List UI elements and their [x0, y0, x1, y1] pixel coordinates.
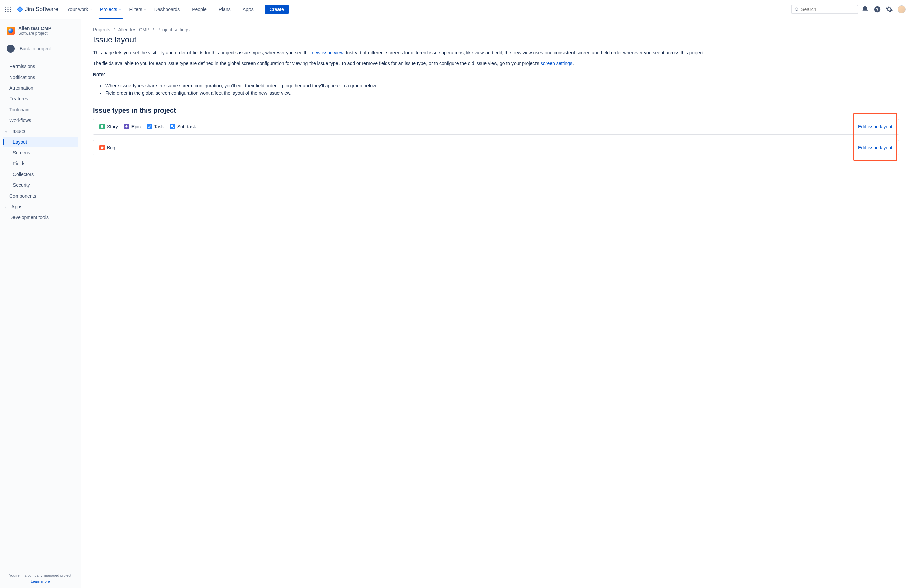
- nav-item-projects[interactable]: Projects⌄: [97, 0, 125, 19]
- svg-point-3: [5, 9, 6, 10]
- svg-point-2: [10, 6, 11, 7]
- svg-point-9: [795, 8, 798, 10]
- notifications-icon[interactable]: [860, 4, 871, 15]
- issue-type-bug: Bug: [99, 145, 115, 150]
- sidebar-item-workflows[interactable]: Workflows: [0, 115, 81, 126]
- nav-item-your-work[interactable]: Your work⌄: [64, 0, 95, 19]
- sidebar-group-issues[interactable]: ⌄ Issues: [0, 126, 81, 137]
- chevron-down-icon: ⌄: [3, 129, 9, 133]
- chevron-down-icon: ⌄: [119, 7, 121, 11]
- edit-issue-layout-link[interactable]: Edit issue layout: [858, 124, 892, 129]
- group-label: Apps: [11, 204, 22, 209]
- svg-rect-15: [173, 127, 174, 128]
- story-icon: [99, 124, 105, 129]
- logo-text: Jira Software: [25, 6, 58, 13]
- sidebar-sub-fields[interactable]: Fields: [0, 158, 81, 169]
- app-switcher-icon[interactable]: [4, 5, 12, 13]
- svg-point-1: [7, 6, 8, 7]
- svg-point-4: [7, 9, 8, 10]
- bug-icon: [99, 145, 105, 150]
- sidebar-sub-screens[interactable]: Screens: [0, 147, 81, 158]
- chevron-down-icon: ⌄: [232, 7, 235, 11]
- issue-type-epic: Epic: [124, 124, 141, 129]
- search-icon: [794, 7, 799, 12]
- issue-type-group: StoryEpicTaskSub-taskEdit issue layout: [93, 119, 899, 134]
- epic-icon: [124, 124, 129, 129]
- sidebar-item-components[interactable]: Components: [0, 191, 81, 201]
- sidebar-footer: You're in a company-managed project Lear…: [0, 568, 81, 588]
- new-issue-view-link[interactable]: new issue view: [312, 50, 343, 55]
- profile-avatar[interactable]: [896, 4, 907, 15]
- svg-point-7: [7, 11, 8, 12]
- back-to-project[interactable]: ← Back to project: [0, 41, 81, 56]
- crumb-projects[interactable]: Projects: [93, 27, 110, 32]
- chevron-right-icon: ›: [3, 205, 9, 209]
- svg-point-8: [10, 11, 11, 12]
- crumb-settings[interactable]: Project settings: [157, 27, 190, 32]
- jira-logo-icon: [16, 6, 24, 13]
- edit-issue-layout-link[interactable]: Edit issue layout: [858, 145, 892, 150]
- chevron-down-icon: ⌄: [181, 7, 184, 11]
- issue-type-story: Story: [99, 124, 118, 129]
- project-avatar-icon: [7, 27, 15, 35]
- main-content: Projects / Allen test CMP / Project sett…: [81, 19, 911, 588]
- note-label: Note:: [93, 72, 105, 77]
- nav-item-apps[interactable]: Apps⌄: [239, 0, 261, 19]
- sidebar-item-development-tools[interactable]: Development tools: [0, 212, 81, 223]
- svg-point-16: [101, 146, 103, 149]
- crumb-project[interactable]: Allen test CMP: [118, 27, 149, 32]
- breadcrumb: Projects / Allen test CMP / Project sett…: [93, 27, 899, 32]
- chevron-down-icon: ⌄: [208, 7, 211, 11]
- task-icon: [147, 124, 152, 129]
- intro-text: This page lets you set the visibility an…: [93, 49, 899, 97]
- footer-text: You're in a company-managed project: [3, 573, 78, 577]
- issue-type-subtask: Sub-task: [170, 124, 196, 129]
- page-title: Issue layout: [93, 35, 899, 45]
- issue-type-group: BugEdit issue layout: [93, 140, 899, 155]
- search-box[interactable]: [791, 5, 858, 14]
- svg-point-6: [5, 11, 6, 12]
- sidebar-item-permissions[interactable]: Permissions: [0, 61, 81, 72]
- issue-type-task: Task: [147, 124, 164, 129]
- svg-point-5: [10, 9, 11, 10]
- sidebar-item-features[interactable]: Features: [0, 94, 81, 104]
- sidebar: Allen test CMP Software project ← Back t…: [0, 19, 81, 588]
- top-nav: Jira Software Your work⌄Projects⌄Filters…: [0, 0, 911, 19]
- sidebar-item-automation[interactable]: Automation: [0, 82, 81, 94]
- chevron-down-icon: ⌄: [144, 7, 146, 11]
- nav-item-dashboards[interactable]: Dashboards⌄: [151, 0, 187, 19]
- nav-item-plans[interactable]: Plans⌄: [215, 0, 238, 19]
- note-item: Field order in the global screen configu…: [105, 89, 899, 97]
- svg-rect-14: [171, 125, 173, 127]
- section-title: Issue types in this project: [93, 107, 899, 114]
- project-type: Software project: [18, 31, 51, 36]
- back-label: Back to project: [19, 46, 51, 51]
- group-label: Issues: [11, 128, 25, 134]
- svg-point-0: [5, 6, 6, 7]
- chevron-down-icon: ⌄: [255, 7, 258, 11]
- footer-learn-more[interactable]: Learn more: [3, 579, 78, 583]
- help-icon[interactable]: ?: [872, 4, 883, 15]
- project-header: Allen test CMP Software project: [0, 26, 81, 41]
- subtask-icon: [170, 124, 175, 129]
- sidebar-group-apps[interactable]: › Apps: [0, 201, 81, 212]
- create-button[interactable]: Create: [265, 5, 289, 14]
- screen-settings-link[interactable]: screen settings: [541, 61, 572, 66]
- svg-line-10: [798, 10, 799, 11]
- project-name: Allen test CMP: [18, 26, 51, 31]
- sidebar-sub-layout[interactable]: Layout: [3, 137, 78, 147]
- svg-text:?: ?: [876, 7, 879, 12]
- sidebar-sub-security[interactable]: Security: [0, 180, 81, 191]
- sidebar-sub-collectors[interactable]: Collectors: [0, 169, 81, 180]
- chevron-down-icon: ⌄: [89, 7, 92, 11]
- divider: [3, 59, 77, 59]
- back-arrow-icon: ←: [7, 45, 15, 53]
- note-item: Where issue types share the same screen …: [105, 82, 899, 89]
- settings-icon[interactable]: [884, 4, 895, 15]
- nav-item-people[interactable]: People⌄: [189, 0, 214, 19]
- nav-item-filters[interactable]: Filters⌄: [126, 0, 150, 19]
- sidebar-item-toolchain[interactable]: Toolchain: [0, 104, 81, 115]
- jira-logo[interactable]: Jira Software: [16, 6, 58, 13]
- sidebar-item-notifications[interactable]: Notifications: [0, 72, 81, 82]
- search-input[interactable]: [801, 7, 855, 12]
